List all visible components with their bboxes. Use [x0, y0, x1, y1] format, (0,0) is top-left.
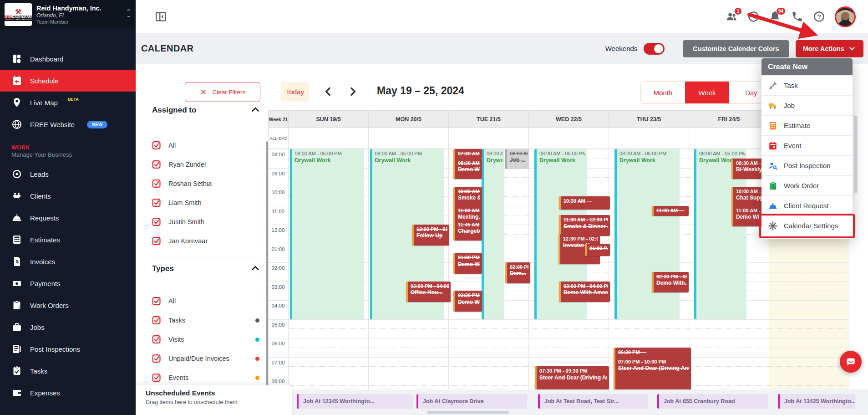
all-day-cell[interactable] [689, 128, 769, 149]
all-day-cell[interactable] [448, 128, 528, 149]
visit-event[interactable]: 08:00 AM - 05:00 PMDrywall Work [290, 149, 365, 319]
horizontal-scrollbar[interactable] [427, 411, 509, 414]
notifications-bell-icon[interactable]: 94 [769, 10, 782, 23]
prev-week-icon[interactable] [322, 86, 334, 97]
unscheduled-job-chip[interactable]: Job At 12345 Worthingto... [297, 394, 413, 409]
task-event[interactable]: 12:00 PM - 01:00 ...Follow Up [412, 225, 449, 246]
chevron-up-icon[interactable] [250, 263, 260, 273]
filter-assigned-all[interactable]: All [152, 136, 260, 155]
day-header-fri[interactable]: FRI 24/5 [689, 110, 769, 128]
task-event[interactable]: 11:00 AM — [652, 206, 689, 216]
checkbox-checked-icon[interactable] [152, 236, 161, 246]
task-event[interactable]: 02:30 PM - 03:30 ...Demo With... [652, 272, 689, 293]
menu-item-job[interactable]: Job [761, 95, 853, 115]
filter-type-all[interactable]: All [152, 292, 260, 311]
task-event[interactable]: 02:00 PM —Dem... [505, 262, 530, 283]
phone-icon[interactable] [791, 10, 803, 23]
sidebar-item-tasks[interactable]: Tasks [0, 360, 136, 382]
day-header-wed[interactable]: WED 22/5 [528, 110, 609, 128]
sidebar-item-live-map[interactable]: Live MapBETA [0, 92, 136, 113]
menu-item-work-order[interactable]: Work Order [761, 175, 853, 195]
filter-type-unpaid-due-invoices[interactable]: Unpaid/Due Invoices [152, 349, 260, 368]
sidebar-item-dashboard[interactable]: Dashboard [0, 48, 136, 70]
all-day-cell[interactable] [609, 128, 689, 149]
checkbox-checked-icon[interactable] [152, 354, 161, 363]
unscheduled-job-chip[interactable]: Job At Test Road, Test Str... [538, 394, 648, 409]
task-event[interactable]: 07:30 PM - 09:30 PMSteer And Dear (Drivi… [535, 366, 609, 389]
menu-item-post-inspection[interactable]: Post Inspection [761, 155, 853, 175]
view-button-month[interactable]: Month [641, 82, 685, 103]
more-actions-button[interactable]: More Actions [796, 40, 863, 57]
task-event[interactable]: 11:45 AM —Chargeb... [453, 220, 482, 241]
company-switch-chevrons-icon[interactable]: ⌃⌄ [126, 10, 131, 17]
filter-assigned-roshan-sethia[interactable]: Roshan Sethia [152, 174, 260, 193]
menu-item-estimate[interactable]: Estimate [761, 115, 853, 135]
sidebar-item-work-orders[interactable]: Work Orders [0, 294, 136, 316]
day-header-sun[interactable]: SUN 19/5 [288, 110, 368, 128]
checkbox-checked-icon[interactable] [152, 198, 161, 207]
task-event[interactable]: 11:30 AM - 12:30 PMSmoke & Dinner ... [559, 215, 610, 236]
unscheduled-job-chip[interactable]: Job At 655 Cranbury Road [657, 394, 768, 409]
task-event[interactable]: 10:00 AM —Smoke &... [453, 187, 482, 208]
task-event[interactable]: 10:30 AM — [559, 196, 610, 210]
company-switcher[interactable]: ⚒ REIDHANDYMAN ORLANDO'S #1 HANDYMAN SER… [0, 0, 136, 29]
filter-assigned-jan-korevaar[interactable]: Jan Korevaar [152, 231, 260, 251]
sidebar-item-invoices[interactable]: $Invoices [0, 251, 136, 272]
job-event[interactable]: 08:00 AM —Job ... [505, 149, 529, 169]
sidebar-item-free-website[interactable]: FREE WebsiteNEW [0, 113, 136, 135]
checkbox-checked-icon[interactable] [152, 141, 161, 150]
checkbox-checked-icon[interactable] [152, 160, 161, 169]
filter-assigned-ryan-zundel[interactable]: Ryan Zundel [152, 155, 260, 174]
sidebar-item-jobs[interactable]: Jobs [0, 316, 136, 338]
clock-icon[interactable] [747, 10, 760, 23]
weekends-toggle[interactable] [644, 43, 665, 55]
day-header-thu[interactable]: THU 23/5 [609, 110, 689, 128]
sidebar-item-requests[interactable]: Requests [0, 207, 136, 229]
task-event[interactable]: 03:00 PM - 04:00 PMDemo With Ameen [559, 282, 610, 302]
filter-type-events[interactable]: Events [152, 368, 260, 387]
sidebar-item-expenses[interactable]: Expenses [0, 382, 136, 404]
view-button-week[interactable]: Week [685, 82, 729, 103]
task-event[interactable]: 03:00 PM - 04:00 ...Office Hou... [406, 282, 451, 302]
sidebar-item-estimates[interactable]: Estimates [0, 229, 136, 251]
help-icon[interactable]: ? [813, 10, 825, 23]
all-day-cell[interactable] [368, 128, 448, 149]
unscheduled-job-chip[interactable]: Job At Claymore Drive [416, 394, 527, 409]
checkbox-checked-icon[interactable] [152, 179, 161, 188]
chat-fab-button[interactable] [840, 351, 862, 373]
task-event[interactable]: 07:00 PM - 10:00 PMSteer And Dear (Drivi… [614, 357, 691, 390]
all-day-cell[interactable] [288, 128, 368, 149]
filter-assigned-liam-smith[interactable]: Liam Smith [152, 193, 260, 212]
customize-calendar-colors-button[interactable]: Customize Calender Colors [683, 40, 789, 57]
clear-filters-button[interactable]: Clear Filters [185, 82, 260, 102]
unscheduled-job-chip[interactable]: Job At 13425 Worthingto... [778, 394, 855, 409]
day-header-mon[interactable]: MON 20/5 [368, 110, 448, 128]
chevron-up-icon[interactable] [250, 105, 260, 115]
menu-item-event[interactable]: Event [761, 135, 853, 155]
scrollbar-thumb[interactable] [854, 116, 858, 193]
today-button[interactable]: Today [281, 82, 309, 102]
filter-type-tasks[interactable]: Tasks [152, 311, 260, 330]
team-icon[interactable]: 1 [726, 10, 738, 23]
sidebar-item-post-inspections[interactable]: Post Inspections [0, 338, 136, 360]
checkbox-checked-icon[interactable] [152, 217, 161, 226]
visit-event[interactable]: 08:00 AM - 05:00 PMDrywall Work [482, 149, 504, 319]
checkbox-checked-icon[interactable] [152, 335, 161, 344]
all-day-cell[interactable] [528, 128, 609, 149]
checkbox-checked-icon[interactable] [152, 373, 161, 382]
task-event[interactable]: 08:30 AM —Demo Wi... [453, 159, 482, 179]
day-header-tue[interactable]: TUE 21/5 [448, 110, 528, 128]
task-event[interactable]: 01:30 PM —Demo Wi... [453, 253, 482, 274]
checkbox-checked-icon[interactable] [152, 297, 161, 306]
visit-event[interactable]: 08:00 AM - 05:00 PMDrywall Work [614, 149, 680, 319]
task-event[interactable]: 07:30 AM — [453, 149, 482, 159]
task-event[interactable]: 03:30 PM —Demo Wi... [453, 291, 482, 312]
menu-item-calendar-settings[interactable]: Calendar Settings [761, 215, 853, 236]
menu-item-task[interactable]: Task [761, 75, 853, 95]
sidebar-item-payments[interactable]: Payments [0, 272, 136, 294]
sidebar-item-leads[interactable]: Leads [0, 163, 136, 185]
user-avatar[interactable] [835, 6, 856, 27]
menu-item-client-request[interactable]: Client Request [761, 195, 853, 215]
filter-type-visits[interactable]: Visits [152, 330, 260, 349]
next-week-icon[interactable] [347, 86, 359, 97]
